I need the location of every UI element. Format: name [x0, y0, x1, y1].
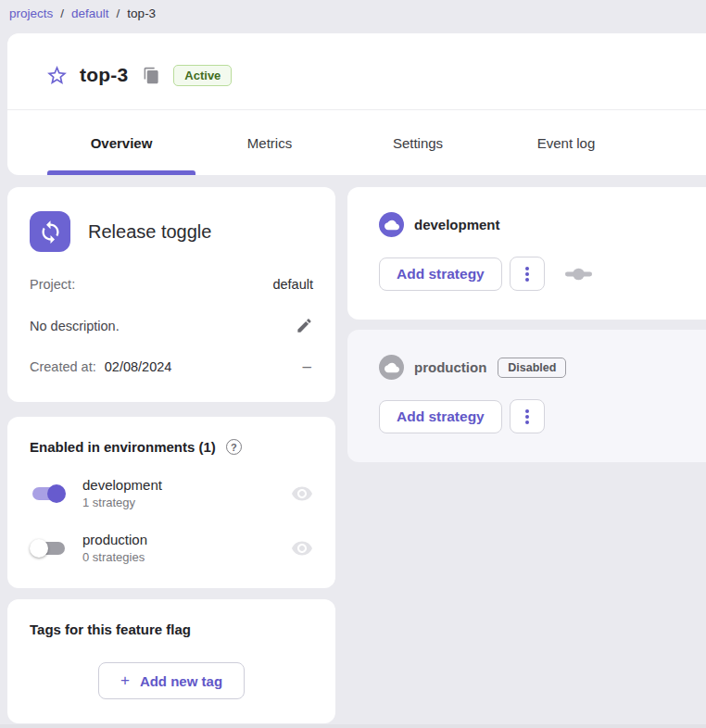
eye-icon	[291, 537, 313, 559]
tab-label: Metrics	[247, 135, 292, 151]
more-strategies-button[interactable]	[510, 257, 545, 291]
next-section-edge	[0, 724, 706, 728]
created-label: Created at:	[30, 359, 96, 374]
production-environment-icon	[379, 355, 404, 380]
tab-settings[interactable]: Settings	[344, 110, 492, 175]
cloud-icon	[385, 218, 399, 232]
environment-name: production	[82, 532, 291, 547]
add-strategy-button[interactable]: Add strategy	[379, 400, 502, 433]
left-column: Release toggle Project: default No descr…	[7, 187, 335, 723]
production-toggle[interactable]	[30, 537, 68, 559]
tags-title: Tags for this feature flag	[30, 621, 313, 637]
environment-panel-development: development Add strategy	[347, 187, 706, 320]
flag-details-card: Release toggle Project: default No descr…	[7, 187, 335, 402]
loop-icon	[38, 220, 63, 245]
status-badge: Active	[173, 65, 232, 86]
kebab-menu-icon	[525, 415, 529, 419]
collapse-details-button[interactable]: –	[301, 362, 313, 371]
copy-name-button[interactable]	[142, 66, 160, 84]
cloud-icon	[385, 360, 399, 375]
created-value: 02/08/2024	[105, 359, 172, 374]
environments-header: Enabled in environments (1) ?	[30, 439, 313, 455]
favorite-button[interactable]	[44, 63, 69, 87]
kebab-menu-icon	[525, 272, 529, 276]
disabled-badge: Disabled	[498, 358, 566, 378]
created-row: Created at: 02/08/2024 –	[30, 359, 313, 374]
toggle-thumb	[47, 484, 66, 503]
pencil-icon	[296, 317, 313, 334]
tab-metrics[interactable]: Metrics	[195, 110, 344, 175]
environment-panel-production: production Disabled Add strategy	[347, 330, 706, 462]
project-row: Project: default	[30, 277, 313, 292]
panel-actions: Add strategy	[379, 257, 706, 291]
feature-header-card: top-3 Active Overview Metrics Settings E…	[7, 33, 706, 175]
add-strategy-button[interactable]: Add strategy	[379, 257, 502, 291]
tags-card: Tags for this feature flag + Add new tag	[7, 599, 335, 723]
plus-icon: +	[120, 672, 130, 690]
environment-info: production 0 strategies	[82, 532, 291, 564]
tab-label: Event log	[537, 135, 596, 151]
add-new-tag-label: Add new tag	[140, 673, 222, 689]
created-at: Created at: 02/08/2024	[30, 359, 171, 374]
lifecycle-indicator-icon	[564, 268, 593, 281]
breadcrumb-separator: /	[60, 6, 64, 20]
environment-row-production: production 0 strategies	[30, 532, 313, 564]
tab-bar: Overview Metrics Settings Event log	[7, 109, 706, 175]
enabled-environments-card: Enabled in environments (1) ? developmen…	[7, 417, 335, 588]
more-strategies-button[interactable]	[510, 399, 545, 433]
add-new-tag-button[interactable]: + Add new tag	[98, 662, 245, 699]
page-title: top-3	[80, 64, 128, 86]
flag-type-label: Release toggle	[88, 221, 211, 243]
overview-content: Release toggle Project: default No descr…	[7, 187, 706, 723]
tab-label: Overview	[91, 135, 153, 151]
description-text: No description.	[30, 319, 120, 333]
tab-overview[interactable]: Overview	[47, 110, 195, 175]
feature-title-row: top-3 Active	[7, 33, 706, 109]
visibility-button[interactable]	[291, 537, 313, 559]
breadcrumb-separator: /	[117, 6, 120, 20]
edit-description-button[interactable]	[296, 317, 313, 334]
right-column: development Add strategy	[347, 187, 706, 462]
tab-event-log[interactable]: Event log	[492, 110, 640, 175]
copy-icon	[143, 67, 160, 84]
development-toggle[interactable]	[30, 483, 68, 505]
project-value: default	[272, 277, 313, 292]
strategy-count: 0 strategies	[82, 550, 291, 564]
panel-header: development	[379, 212, 706, 237]
visibility-button[interactable]	[291, 483, 313, 505]
strategy-count: 1 strategy	[82, 496, 291, 509]
description-row: No description.	[30, 317, 313, 334]
breadcrumb: projects / default / top-3	[0, 0, 706, 22]
flag-type-row: Release toggle	[30, 211, 313, 252]
panel-actions: Add strategy	[379, 399, 706, 433]
environments-title: Enabled in environments (1)	[30, 439, 216, 455]
panel-header: production Disabled	[379, 355, 706, 380]
environment-row-development: development 1 strategy	[30, 477, 313, 509]
breadcrumb-projects[interactable]: projects	[9, 6, 53, 20]
environment-info: development 1 strategy	[82, 477, 291, 509]
toggle-thumb	[30, 539, 48, 558]
project-label: Project:	[30, 277, 75, 292]
help-icon[interactable]: ?	[226, 439, 242, 455]
eye-icon	[291, 483, 313, 505]
panel-environment-name: development	[414, 217, 500, 232]
environment-name: development	[82, 477, 291, 493]
tab-label: Settings	[393, 135, 443, 151]
release-toggle-icon	[30, 211, 70, 252]
star-icon	[45, 64, 69, 87]
breadcrumb-current: top-3	[127, 6, 156, 20]
development-environment-icon	[379, 212, 404, 237]
breadcrumb-default[interactable]: default	[71, 6, 109, 20]
panel-environment-name: production	[414, 359, 486, 375]
